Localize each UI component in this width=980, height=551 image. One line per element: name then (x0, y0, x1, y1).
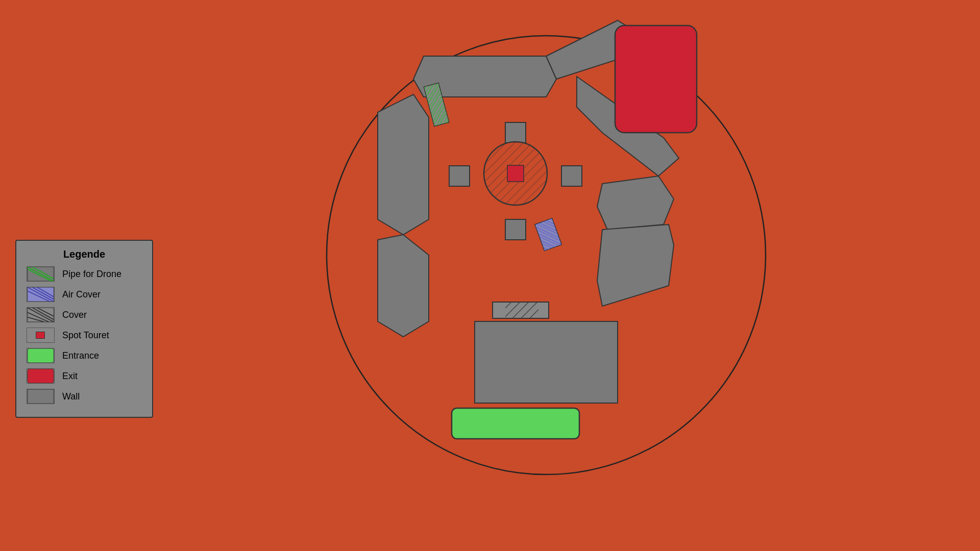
wall-bottom (475, 321, 618, 403)
air-cover-1 (535, 218, 562, 251)
legend-title: Legende (27, 248, 142, 260)
exit-icon (27, 368, 55, 384)
cover-box-mid-right (561, 166, 582, 186)
map-container (158, 5, 965, 546)
cover-box-bottom (505, 219, 526, 240)
svg-rect-17 (28, 348, 54, 363)
pipe-label: Pipe for Drone (62, 269, 121, 280)
legend-panel: Legende Pipe for Drone Air Cover (15, 240, 153, 418)
spot-turret (507, 165, 524, 182)
legend-item-aircover: Air Cover (27, 287, 142, 302)
map-svg (158, 5, 965, 546)
cover-label: Cover (62, 310, 87, 320)
entrance-label: Entrance (62, 350, 99, 361)
cover-box-top (505, 122, 526, 143)
cover-hatch-fill (505, 302, 538, 318)
legend-item-spot: Spot Touret (27, 328, 142, 343)
cover-icon (27, 307, 55, 322)
legend-item-cover: Cover (27, 307, 142, 322)
legend-item-wall: Wall (27, 389, 142, 404)
svg-rect-18 (28, 369, 54, 383)
spot-icon (27, 328, 55, 343)
cover-box-mid-left (449, 166, 470, 186)
wall-left-bottom (378, 235, 429, 337)
svg-rect-16 (36, 332, 45, 338)
wall-icon (27, 389, 55, 404)
aircover-label: Air Cover (62, 289, 101, 300)
wall-label: Wall (62, 391, 80, 402)
exit-block (615, 26, 697, 133)
aircover-icon (27, 287, 55, 302)
spot-label: Spot Touret (62, 330, 109, 341)
pipe-icon (27, 266, 55, 282)
exit-label: Exit (62, 371, 78, 382)
wall-left-top (378, 94, 429, 235)
svg-rect-19 (28, 389, 54, 404)
legend-item-exit: Exit (27, 368, 142, 384)
entrance-icon (27, 348, 55, 363)
svg-rect-28 (535, 218, 562, 251)
legend-item-entrance: Entrance (27, 348, 142, 363)
wall-right-lower (597, 176, 674, 230)
legend-item-pipe: Pipe for Drone (27, 266, 142, 282)
wall-right-bottom (597, 224, 674, 306)
entrance-block (452, 408, 579, 439)
